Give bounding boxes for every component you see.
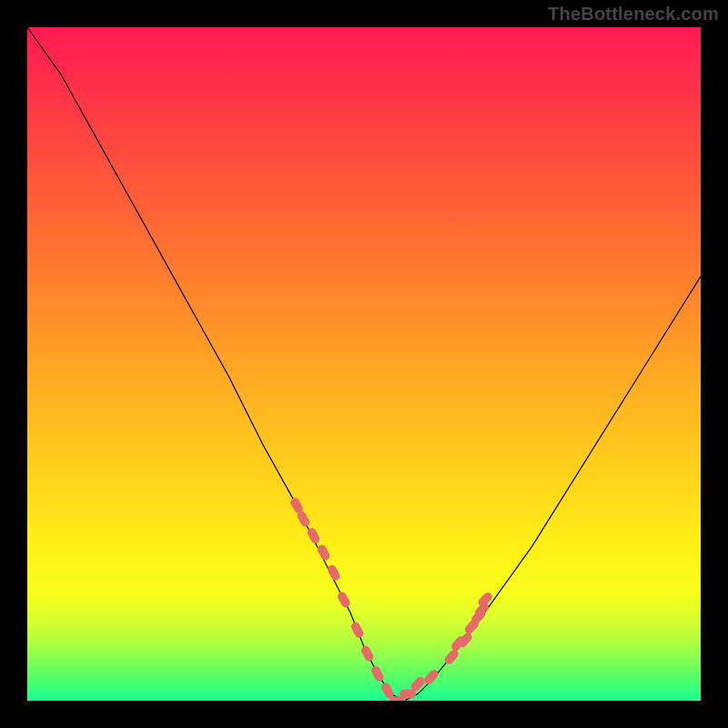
highlight-markers — [289, 496, 494, 701]
highlight-marker — [422, 668, 440, 686]
highlight-marker — [349, 621, 365, 639]
highlight-marker — [326, 563, 341, 581]
bottleneck-curve-line — [27, 27, 701, 701]
plot-area — [27, 27, 701, 701]
highlight-marker — [399, 690, 416, 699]
highlight-marker — [316, 543, 331, 561]
highlight-marker — [477, 591, 494, 609]
highlight-marker — [336, 591, 351, 609]
chart-frame: TheBottleneck.com — [0, 0, 728, 728]
highlight-marker — [359, 644, 375, 662]
watermark-text: TheBottleneck.com — [548, 4, 719, 25]
highlight-marker — [369, 664, 385, 682]
chart-svg — [27, 27, 701, 701]
